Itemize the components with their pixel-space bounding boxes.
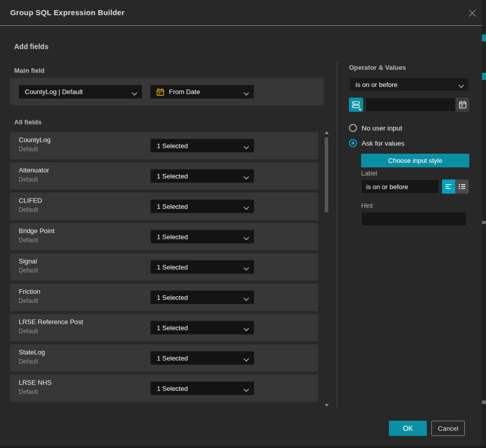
field-selection-dropdown[interactable]: 1 Selected <box>150 230 254 244</box>
radio-no-user-input[interactable]: No user input <box>349 124 402 132</box>
field-row: LRSE Reference Post Default 1 Selected <box>10 314 318 341</box>
field-type: Default <box>19 237 38 244</box>
field-row: LRSE NHS Default 1 Selected <box>10 375 318 402</box>
field-selection-dropdown[interactable]: 1 Selected <box>150 381 254 395</box>
field-name: LRSE NHS <box>19 379 52 386</box>
label-caption: Label <box>361 169 377 177</box>
list-input-style-button[interactable] <box>455 180 469 194</box>
field-name: LRSE Reference Post <box>19 318 83 326</box>
chevron-down-icon <box>243 295 249 303</box>
calendar-date-icon <box>156 88 164 96</box>
field-name: Signal <box>19 257 37 265</box>
background-app-edge <box>482 0 486 448</box>
dialog-title: Group SQL Expression Builder <box>10 8 124 17</box>
selection-count: 1 Selected <box>157 294 188 301</box>
field-selection-dropdown[interactable]: 1 Selected <box>150 260 254 274</box>
scrollbar-thumb[interactable] <box>325 138 328 212</box>
field-type: Default <box>19 176 38 183</box>
chevron-down-icon <box>243 204 249 212</box>
main-field-panel: CountyLog | Default From Date <box>10 78 324 105</box>
field-row: StateLog Default 1 Selected <box>10 344 318 372</box>
layer-dropdown[interactable]: CountyLog | Default <box>18 84 143 99</box>
ok-button[interactable]: OK <box>389 421 427 436</box>
chevron-down-icon <box>243 144 249 151</box>
field-row: Attenuator Default 1 Selected <box>10 162 318 190</box>
chevron-down-icon <box>243 265 249 273</box>
selection-count: 1 Selected <box>157 263 188 271</box>
add-fields-heading: Add fields <box>14 42 49 51</box>
field-name: Bridge Point <box>19 227 55 235</box>
background-accent-mark <box>482 221 486 224</box>
field-dropdown-value: From Date <box>169 88 200 96</box>
chevron-down-icon <box>458 82 464 90</box>
field-dropdown[interactable]: From Date <box>150 84 254 99</box>
selection-count: 1 Selected <box>157 172 188 180</box>
field-name: Attenuator <box>19 166 49 174</box>
chevron-down-icon <box>243 90 249 98</box>
field-row: CountyLog Default 1 Selected <box>10 132 318 159</box>
field-name: Friction <box>19 288 40 295</box>
background-accent-mark <box>482 34 486 41</box>
field-row: Bridge Point Default 1 Selected <box>10 223 318 250</box>
selection-count: 1 Selected <box>157 324 188 332</box>
field-selection-dropdown[interactable]: 1 Selected <box>150 321 254 335</box>
operator-dropdown[interactable]: is on or before <box>349 77 469 92</box>
chevron-down-icon <box>243 235 249 242</box>
field-type: Default <box>19 328 38 335</box>
field-type: Default <box>19 267 38 274</box>
scroll-down-icon[interactable] <box>325 404 329 407</box>
operator-values-panel: Operator & Values is on or before No use… <box>349 0 469 405</box>
main-field-heading: Main field <box>14 67 45 74</box>
field-row: Signal Default 1 Selected <box>10 253 318 281</box>
date-value-input[interactable] <box>366 98 456 112</box>
selection-count: 1 Selected <box>157 142 188 150</box>
calendar-picker-button[interactable] <box>456 98 469 112</box>
field-type: Default <box>19 146 38 153</box>
selection-count: 1 Selected <box>157 385 188 392</box>
field-name: CountyLog <box>19 136 51 144</box>
background-accent-mark <box>482 73 486 80</box>
selection-count: 1 Selected <box>157 203 188 210</box>
field-selection-dropdown[interactable]: 1 Selected <box>150 139 254 153</box>
operator-values-heading: Operator & Values <box>349 64 406 71</box>
field-selection-dropdown[interactable]: 1 Selected <box>150 351 254 365</box>
field-selection-dropdown[interactable]: 1 Selected <box>150 290 254 304</box>
radio-circle-icon <box>349 139 357 147</box>
layer-dropdown-value: CountyLog | Default <box>25 88 83 96</box>
radio-label: No user input <box>362 124 402 132</box>
field-type: Default <box>19 388 38 395</box>
panel-divider <box>337 62 337 408</box>
radio-ask-for-values[interactable]: Ask for values <box>349 139 405 147</box>
hint-input[interactable] <box>361 212 467 226</box>
radio-circle-icon <box>349 124 357 132</box>
group-sql-expression-builder-dialog: Group SQL Expression Builder Add fields … <box>0 0 482 448</box>
choose-input-style-button[interactable]: Choose input style <box>361 154 469 167</box>
selection-count: 1 Selected <box>157 354 188 362</box>
field-row: CLIFED Default 1 Selected <box>10 193 318 220</box>
hint-caption: Hint <box>361 202 373 209</box>
chevron-down-icon <box>243 326 249 333</box>
chevron-down-icon <box>243 174 249 182</box>
field-row: Friction Default 1 Selected <box>10 284 318 311</box>
operator-value: is on or before <box>356 81 397 88</box>
mini-caret-icon <box>359 109 362 111</box>
selection-count: 1 Selected <box>157 233 188 241</box>
field-type: Default <box>19 358 38 365</box>
chevron-down-icon <box>243 386 249 394</box>
radio-label: Ask for values <box>362 140 405 147</box>
label-input[interactable] <box>361 180 439 194</box>
cancel-button[interactable]: Cancel <box>431 421 465 436</box>
single-line-input-style-button[interactable] <box>442 180 455 194</box>
chevron-down-icon <box>243 356 249 364</box>
field-selection-dropdown[interactable]: 1 Selected <box>150 199 254 213</box>
value-source-button[interactable] <box>349 98 363 112</box>
field-name: CLIFED <box>19 197 42 204</box>
all-fields-heading: All fields <box>14 118 41 126</box>
background-accent-mark <box>482 400 486 404</box>
field-selection-dropdown[interactable]: 1 Selected <box>150 169 254 183</box>
list-scrollbar[interactable] <box>324 130 329 408</box>
scroll-up-icon[interactable] <box>325 131 329 134</box>
field-name: StateLog <box>19 348 45 356</box>
field-type: Default <box>19 206 38 213</box>
all-fields-list: CountyLog Default 1 Selected Attenuator … <box>10 132 318 405</box>
